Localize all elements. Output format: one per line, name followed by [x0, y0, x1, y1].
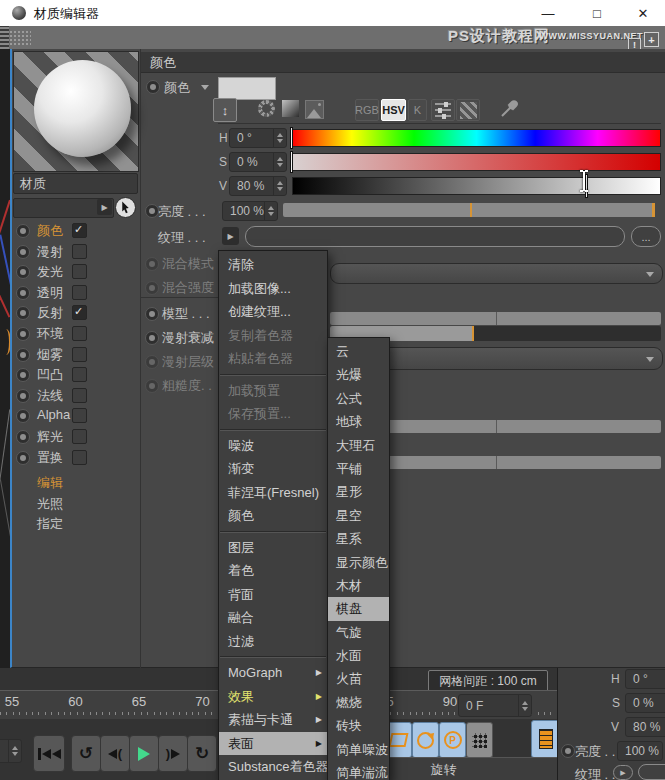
channel-checkbox[interactable]: [72, 408, 87, 423]
saturation-field[interactable]: 0 %: [229, 152, 287, 172]
compact-mode-button[interactable]: ↕: [213, 98, 237, 122]
menu-item-气旋[interactable]: 气旋: [328, 621, 389, 644]
channel-radio[interactable]: [16, 451, 30, 465]
attr-value-field[interactable]: 80 %: [625, 717, 665, 737]
menu-item-公式[interactable]: 公式: [328, 387, 389, 410]
drag-handle[interactable]: [9, 30, 31, 45]
blend-mode-dropdown[interactable]: [330, 263, 663, 284]
menu-item-素描与卡通[interactable]: 素描与卡通▶: [219, 708, 327, 732]
menu-item-棋盘[interactable]: 棋盘: [328, 597, 389, 620]
swatches-mode-button[interactable]: [456, 99, 480, 121]
channel-radio[interactable]: [16, 224, 30, 238]
menu-item-着色[interactable]: 着色: [219, 559, 327, 583]
menu-item-加载图像...[interactable]: 加载图像...: [219, 277, 327, 301]
color-wheel-icon[interactable]: [258, 100, 275, 117]
mixer-mode-button[interactable]: [431, 99, 455, 121]
material-preview[interactable]: [13, 51, 139, 172]
material-name-input[interactable]: 材质: [13, 173, 138, 194]
record-parameter-button[interactable]: P: [439, 722, 466, 758]
menu-item-图层[interactable]: 图层: [219, 536, 327, 560]
value-field[interactable]: 80 %: [229, 176, 287, 196]
color-row-radio[interactable]: [146, 80, 160, 94]
channel-radio[interactable]: [16, 368, 30, 382]
channel-checkbox[interactable]: [72, 285, 87, 300]
channel-radio[interactable]: [16, 286, 30, 300]
brightness-slider-handle[interactable]: [652, 203, 655, 217]
hue-slider[interactable]: [292, 129, 661, 147]
record-rotation-button[interactable]: [412, 722, 439, 758]
menu-item-火苗[interactable]: 火苗: [328, 667, 389, 690]
channel-label[interactable]: 辉光: [37, 428, 63, 446]
menu-item-效果[interactable]: 效果▶: [219, 685, 327, 709]
menu-item-地球[interactable]: 地球: [328, 410, 389, 433]
menu-item-融合[interactable]: 融合: [219, 606, 327, 630]
param-radio[interactable]: [145, 281, 159, 295]
brightness-field[interactable]: 100 %: [222, 201, 278, 221]
attr-hue-field[interactable]: 0 °: [625, 669, 665, 689]
menu-item-MoGraph[interactable]: MoGraph▶: [219, 661, 327, 685]
menu-item-云[interactable]: 云: [328, 340, 389, 363]
menu-item-星系[interactable]: 星系: [328, 527, 389, 550]
previous-key-button[interactable]: ↺: [71, 735, 101, 772]
channel-label[interactable]: 发光: [37, 263, 63, 281]
menu-item-燃烧[interactable]: 燃烧: [328, 691, 389, 714]
cut-spinner-field[interactable]: [0, 739, 22, 763]
channel-radio[interactable]: [16, 306, 30, 320]
current-frame-field[interactable]: 0 F: [458, 694, 532, 717]
channel-link-编辑[interactable]: 编辑: [37, 474, 63, 495]
close-button[interactable]: ✕: [626, 0, 660, 26]
pick-material-button[interactable]: [115, 197, 136, 218]
menu-item-菲涅耳(Fresnel)[interactable]: 菲涅耳(Fresnel): [219, 481, 327, 505]
next-frame-button[interactable]: ): [158, 735, 188, 772]
color-section-header[interactable]: 颜色: [141, 52, 665, 73]
menu-item-光爆[interactable]: 光爆: [328, 363, 389, 386]
attr-texture-field[interactable]: [638, 764, 665, 780]
menu-item-平铺[interactable]: 平铺: [328, 457, 389, 480]
channel-radio[interactable]: [16, 327, 30, 341]
channel-link-指定[interactable]: 指定: [37, 515, 63, 536]
rgb-mode-button[interactable]: RGB: [355, 99, 379, 121]
minimize-button[interactable]: —: [531, 0, 565, 26]
channel-checkbox[interactable]: [72, 450, 87, 465]
menu-item-Substance着色器[interactable]: Substance着色器: [219, 755, 327, 779]
hue-slider-handle[interactable]: [290, 127, 293, 149]
hue-spinner[interactable]: [273, 129, 286, 147]
channel-radio[interactable]: [16, 348, 30, 362]
eyedropper-icon[interactable]: [500, 98, 520, 122]
color-mode-caret-icon[interactable]: [201, 85, 209, 90]
value-spinner[interactable]: [273, 177, 286, 195]
saturation-slider[interactable]: [292, 153, 661, 171]
spectrum-gradient-icon[interactable]: [282, 100, 299, 117]
brightness-radio[interactable]: [145, 204, 159, 218]
channel-checkbox[interactable]: [72, 367, 87, 382]
value-slider[interactable]: [292, 177, 661, 195]
image-picker-icon[interactable]: [305, 100, 324, 119]
menu-item-星形[interactable]: 星形: [328, 480, 389, 503]
channel-radio[interactable]: [16, 265, 30, 279]
menu-item-大理石[interactable]: 大理石: [328, 434, 389, 457]
attr-saturation-field[interactable]: 0 %: [625, 693, 665, 713]
texture-path-field[interactable]: [245, 226, 625, 247]
menu-item-颜色[interactable]: 颜色: [219, 504, 327, 528]
previous-frame-button[interactable]: (: [100, 735, 130, 772]
param-radio[interactable]: [145, 257, 159, 271]
channel-label[interactable]: 置换: [37, 449, 63, 467]
diffuse-falloff-handle[interactable]: [472, 326, 474, 341]
attr-texture-menu-button[interactable]: ▶: [613, 765, 633, 780]
hsv-mode-button[interactable]: HSV: [381, 99, 406, 121]
channel-label[interactable]: 反射: [37, 304, 63, 322]
dropdown-arrow-icon[interactable]: ▶: [97, 199, 112, 215]
channel-radio[interactable]: [16, 389, 30, 403]
brightness-slider[interactable]: [283, 203, 655, 217]
menu-item-星空[interactable]: 星空: [328, 504, 389, 527]
channel-label[interactable]: 漫射: [37, 243, 63, 261]
menu-item-背面[interactable]: 背面: [219, 583, 327, 607]
channel-checkbox[interactable]: [72, 244, 87, 259]
attr-brightness-field[interactable]: 100 %: [617, 741, 663, 761]
menu-item-噪波[interactable]: 噪波: [219, 434, 327, 458]
maximize-button[interactable]: □: [580, 0, 614, 26]
param-radio[interactable]: [145, 331, 159, 345]
channel-radio[interactable]: [16, 409, 30, 423]
frame-spinner[interactable]: [518, 695, 531, 716]
color-swatch[interactable]: [218, 77, 276, 100]
